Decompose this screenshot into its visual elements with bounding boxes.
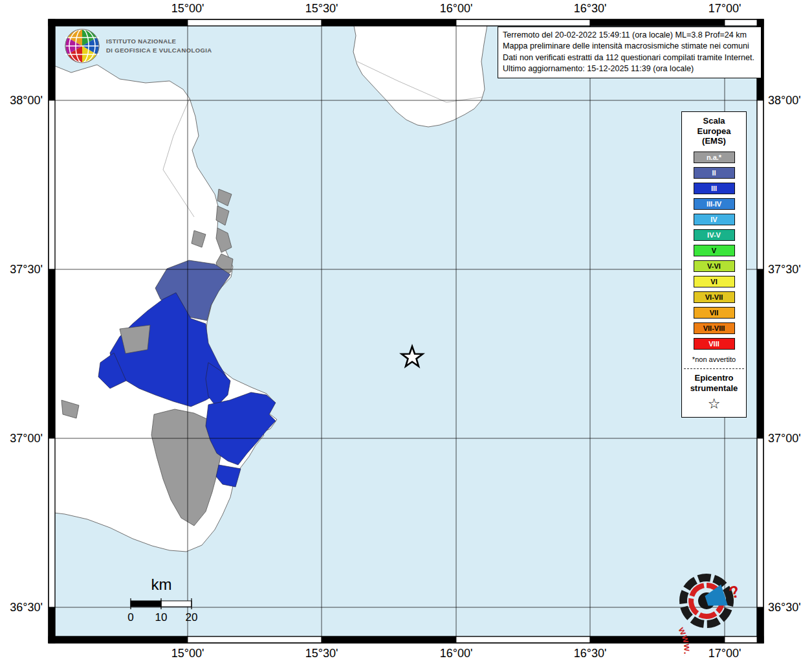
legend-epicenter-line2: strumentale	[682, 383, 746, 394]
lat-label-right-2: 37°00'	[768, 432, 801, 445]
legend-title-line3: (EMS)	[682, 136, 746, 146]
lat-label-left-2: 37°00'	[0, 432, 43, 445]
legend-swatch-iv-v: IV-V	[694, 229, 735, 241]
legend-swatch-viii: VIII	[694, 338, 735, 350]
scalebar-unit-label: km	[131, 576, 192, 594]
lon-label-bottom-2: 16°00'	[440, 647, 473, 660]
lon-label-top-0: 15°00'	[171, 2, 204, 16]
event-info-line4: Ultimo aggiornamento: 15-12-2025 11:39 (…	[503, 63, 756, 74]
lon-label-bottom-3: 16°30'	[574, 647, 607, 660]
lat-label-right-1: 37°30'	[768, 263, 801, 276]
legend-swatch-vi: VI	[694, 276, 735, 287]
event-info-line3: Dati non verificati estratti da 112 ques…	[503, 52, 756, 63]
scalebar-tick-0: 0	[127, 611, 133, 624]
legend-title-line1: Scala	[682, 116, 746, 126]
legend-swatch-ii: II	[694, 167, 735, 179]
map-content	[49, 19, 757, 636]
legend-title: Scala Europea (EMS)	[682, 116, 746, 146]
event-info-box: Terremoto del 20-02-2022 15:49:11 (ora l…	[498, 27, 762, 78]
legend-swatch-iii: III	[694, 183, 735, 194]
watermark-www: www.	[676, 625, 693, 655]
ems-legend: Scala Europea (EMS) n.a.* II III III-IV …	[681, 111, 747, 418]
svg-text:www.haisentitoilterremoto.it: www.haisentitoilterremoto.it	[652, 625, 693, 656]
legend-swatch-na: n.a.*	[694, 152, 735, 163]
event-info-line1: Terremoto del 20-02-2022 15:49:11 (ora l…	[503, 30, 756, 41]
ingv-logo: ISTITUTO NAZIONALE DI GEOFISICA E VULCAN…	[63, 27, 212, 65]
legend-title-line2: Europea	[682, 126, 746, 137]
watermark-bullseye-icon: ?	[677, 568, 747, 630]
lon-label-top-4: 17°00'	[708, 2, 741, 16]
legend-swatch-vii: VII	[694, 307, 735, 319]
lat-label-right-3: 36°30'	[768, 601, 801, 614]
lat-label-left-3: 36°30'	[0, 601, 43, 614]
event-info-line2: Mappa preliminare delle intensità macros…	[503, 41, 756, 52]
lon-label-top-2: 16°00'	[440, 2, 473, 16]
watermark-curved-text: www.haisentitoilterremoto.it	[652, 625, 693, 656]
legend-star-icon: ☆	[682, 396, 746, 412]
legend-footnote: *non avvertito	[682, 355, 746, 363]
lat-label-right-0: 38°00'	[768, 94, 801, 107]
legend-swatch-v: V	[694, 245, 735, 256]
haisentitoilterremoto-logo: ? www.haisentitoilterremoto.it	[652, 546, 762, 656]
ingv-name-line2: DI GEOFISICA E VULCANOLOGIA	[106, 46, 212, 55]
legend-divider	[684, 368, 744, 369]
scalebar-tick-20: 20	[186, 611, 198, 624]
legend-swatch-iii-iv: III-IV	[694, 198, 735, 210]
ingv-globe-icon	[63, 27, 101, 65]
lon-label-bottom-0: 15°00'	[171, 647, 204, 660]
legend-swatch-v-vi: V-VI	[694, 260, 735, 272]
lat-label-left-1: 37°30'	[0, 263, 43, 276]
legend-epicenter-line1: Epicentro	[682, 373, 746, 383]
ingv-intensity-map-page: 15°00' 15°30' 16°00' 16°30' 17°00' 15°00…	[0, 0, 812, 663]
ingv-name-line1: ISTITUTO NAZIONALE	[106, 37, 212, 46]
legend-swatch-iv: IV	[694, 214, 735, 225]
scalebar-tick-10: 10	[155, 611, 168, 624]
legend-swatch-vi-vii: VI-VII	[694, 291, 735, 303]
lon-label-top-3: 16°30'	[574, 2, 607, 16]
lat-label-left-0: 38°00'	[0, 94, 43, 107]
lon-label-top-1: 15°30'	[305, 2, 338, 16]
legend-swatch-vii-viii: VII-VIII	[694, 322, 735, 334]
lon-label-bottom-1: 15°30'	[305, 647, 338, 660]
